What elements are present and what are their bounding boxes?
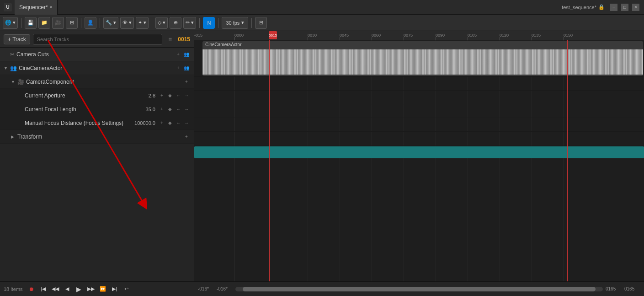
- cine-camera-actor-group-btn[interactable]: 👥: [183, 65, 190, 72]
- track-row-manual-focus-distance[interactable]: ▶ Manual Focus Distance (Focus Settings)…: [0, 116, 194, 130]
- timeline-row-focus-distance[interactable]: [194, 132, 644, 145]
- focal-length-actions: + ◆ ← →: [158, 106, 190, 113]
- focus-distance-arrow: ▶: [18, 121, 23, 125]
- frame-indicator: 0015: [178, 36, 190, 43]
- focal-length-next-btn[interactable]: →: [183, 106, 190, 113]
- track-row-camera-component[interactable]: ▼ 🎥 CameraComponent +: [0, 75, 194, 89]
- camera-cuts-arrow: ▶: [4, 52, 8, 57]
- magnet-button[interactable]: ⊕: [170, 17, 181, 29]
- minimize-button[interactable]: −: [610, 4, 617, 11]
- cine-camera-actor-arrow[interactable]: ▼: [4, 66, 8, 70]
- current-focal-length-name: Current Focal Length: [25, 106, 128, 113]
- play-button[interactable]: ▶: [74, 284, 84, 294]
- items-count: 18 items: [4, 286, 23, 292]
- prev-frame-button[interactable]: ◀: [62, 284, 72, 294]
- tick-0045: [340, 37, 340, 40]
- tab-name: Sequencer*: [19, 4, 48, 11]
- timeline-row-aperture[interactable]: [194, 104, 644, 118]
- separator-1: [21, 18, 21, 28]
- toolbar: 🌐 ▾ 💾 📁 🎥 ⊞ 👤 🔧 ▾ 👁 ▾ ✦ ▾ ◇ ▾ ⊕ ✏ ▾ N 30…: [0, 15, 644, 31]
- timeline-tracks[interactable]: CineCameraActor: [194, 40, 644, 281]
- timeline-row-camera-component[interactable]: [194, 91, 644, 104]
- folder-button[interactable]: 📁: [38, 17, 50, 29]
- track-row-transform[interactable]: ▶ Transform +: [0, 130, 194, 144]
- window-controls: − □ ×: [610, 4, 639, 11]
- fps-selector[interactable]: 30 fps ▾: [222, 17, 248, 29]
- filter-button[interactable]: ≡: [165, 34, 175, 44]
- cine-camera-actor-add-btn[interactable]: +: [175, 65, 182, 72]
- time-start-left: -016*: [198, 286, 214, 291]
- star-button[interactable]: ✦ ▾: [136, 17, 149, 29]
- manual-focus-distance-name: Manual Focus Distance (Focus Settings): [25, 120, 128, 126]
- add-track-button[interactable]: + Track: [4, 34, 30, 44]
- time-end-left: 0165: [606, 286, 622, 291]
- timeline-scrollbar[interactable]: [235, 287, 603, 291]
- camera-component-actions: +: [183, 78, 190, 86]
- grid-button[interactable]: ⊞: [66, 17, 78, 29]
- search-tracks-input[interactable]: [33, 34, 163, 45]
- ruler[interactable]: 0015 -015 0000 0030 0045 0060 0075 0090 …: [194, 31, 644, 40]
- camera-cuts-group-btn[interactable]: 👥: [183, 51, 190, 58]
- camera-component-add-btn[interactable]: +: [183, 78, 190, 86]
- world-button[interactable]: 🌐 ▾: [3, 17, 18, 29]
- track-row-current-aperture[interactable]: ▶ Current Aperture 2.8 + ◆ ← →: [0, 89, 194, 102]
- loop-button[interactable]: ↩: [122, 284, 132, 294]
- ruler-label-0060: 0060: [372, 33, 381, 38]
- tab-close-btn[interactable]: ×: [50, 5, 53, 10]
- add-track-label: + Track: [8, 36, 26, 43]
- camera-button[interactable]: 🎥: [52, 17, 64, 29]
- main-area: + Track ≡ 0015 ▶ ✂ Camera Cuts + 👥 ▼ 👥: [0, 31, 644, 281]
- prev-key-button[interactable]: ◀◀: [50, 284, 60, 294]
- focal-length-add-btn[interactable]: +: [158, 106, 165, 113]
- focal-length-prev-btn[interactable]: ←: [175, 106, 182, 113]
- display-button[interactable]: ⊟: [255, 17, 267, 29]
- ue-logo: U: [4, 3, 12, 11]
- focal-length-key-btn[interactable]: ◆: [166, 106, 174, 113]
- focus-distance-key-btn[interactable]: ◆: [166, 119, 174, 127]
- transform-add-btn[interactable]: +: [183, 133, 190, 140]
- separator-2: [81, 18, 81, 28]
- timeline-row-camera-cuts[interactable]: CineCameraActor: [194, 40, 644, 77]
- close-button[interactable]: ×: [632, 4, 639, 11]
- time-end-right: 0165: [624, 286, 640, 291]
- transform-arrow[interactable]: ▶: [11, 135, 16, 139]
- focus-distance-next-btn[interactable]: →: [183, 119, 190, 127]
- cine-camera-actor-actions: + 👥: [175, 65, 190, 72]
- diamond-button[interactable]: ◇ ▾: [155, 17, 168, 29]
- tools-button[interactable]: 🔧 ▾: [103, 17, 118, 29]
- timeline-row-cine-camera-actor[interactable]: [194, 77, 644, 91]
- track-row-cine-camera-actor[interactable]: ▼ 👥 CineCameraActor + 👥: [0, 61, 194, 75]
- scrollbar-thumb[interactable]: [243, 287, 596, 291]
- eye-button[interactable]: 👁 ▾: [120, 17, 134, 29]
- record-button[interactable]: ⏺: [27, 284, 37, 294]
- maximize-button[interactable]: □: [621, 4, 628, 11]
- playback-controls: ⏺ |◀ ◀◀ ◀ ▶ ▶▶ ⏩ ▶| ↩: [23, 284, 135, 294]
- timeline-row-focal-length[interactable]: [194, 118, 644, 132]
- sequence-name-label: test_sequence* 🔒: [562, 4, 605, 10]
- separator-5: [199, 18, 200, 28]
- focus-distance-add-btn[interactable]: +: [158, 119, 165, 127]
- next-key-button[interactable]: ⏩: [98, 284, 108, 294]
- end-marker-line: [567, 40, 568, 281]
- ruler-label-0090: 0090: [436, 33, 445, 38]
- track-row-camera-cuts[interactable]: ▶ ✂ Camera Cuts + 👥: [0, 48, 194, 61]
- camera-cuts-add-btn[interactable]: +: [175, 51, 182, 58]
- track-row-current-focal-length[interactable]: ▶ Current Focal Length 35.0 + ◆ ← →: [0, 102, 194, 116]
- step-end-button[interactable]: ▶|: [110, 284, 120, 294]
- focus-distance-prev-btn[interactable]: ←: [175, 119, 182, 127]
- aperture-add-btn[interactable]: +: [158, 92, 165, 99]
- pencil-button[interactable]: ✏ ▾: [183, 17, 196, 29]
- next-frame-button[interactable]: ▶▶: [86, 284, 96, 294]
- step-start-button[interactable]: |◀: [38, 284, 48, 294]
- aperture-prev-btn[interactable]: ←: [175, 92, 182, 99]
- timeline-playhead-line: [269, 40, 270, 281]
- camera-component-arrow[interactable]: ▼: [11, 80, 16, 84]
- sequencer-tab[interactable]: Sequencer* ×: [15, 0, 58, 15]
- aperture-next-btn[interactable]: →: [183, 92, 190, 99]
- person-button[interactable]: 👤: [85, 17, 96, 29]
- timeline-row-transform[interactable]: [194, 145, 644, 159]
- aperture-key-btn[interactable]: ◆: [166, 92, 174, 99]
- save-button[interactable]: 💾: [25, 17, 37, 29]
- camera-cuts-icon: ✂: [10, 51, 15, 58]
- snap-button[interactable]: N: [203, 17, 215, 29]
